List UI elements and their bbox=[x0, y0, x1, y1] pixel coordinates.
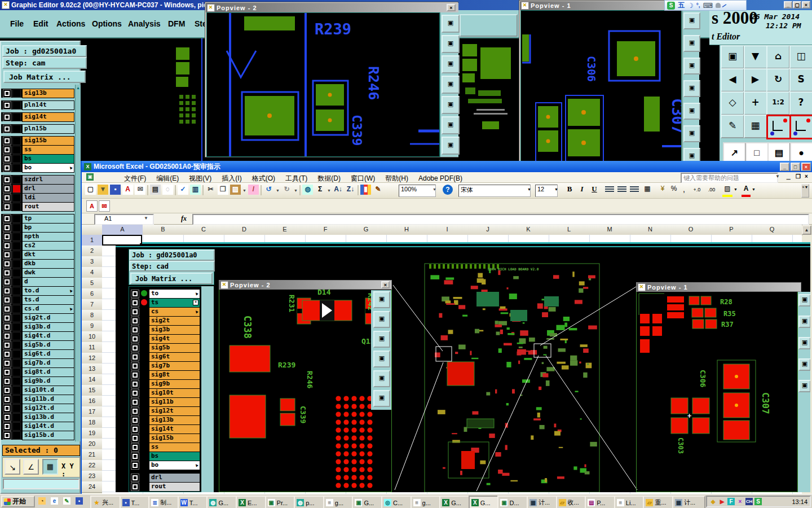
column-header-D[interactable]: D bbox=[224, 225, 265, 235]
layer-checkbox-sig3b[interactable] bbox=[131, 326, 139, 334]
column-header-N[interactable]: N bbox=[630, 225, 671, 235]
row-header-7[interactable]: 7 bbox=[82, 299, 103, 310]
layer-checkbox-sig15b[interactable] bbox=[131, 434, 139, 443]
layer-checkbox-sig13b.d[interactable] bbox=[3, 413, 11, 422]
sogou-icon[interactable]: S bbox=[754, 498, 762, 505]
folder-icon[interactable]: ▱ bbox=[559, 499, 566, 506]
measure-angle-button[interactable]: ∠ bbox=[23, 459, 39, 475]
layer-row-sig14t[interactable]: sig14t bbox=[129, 424, 201, 433]
align-right-button[interactable] bbox=[630, 186, 639, 193]
layer-row-sig15b[interactable]: sig15b bbox=[1, 136, 73, 145]
cd-icon[interactable]: ◎ bbox=[384, 499, 391, 506]
layer-row-pln15b[interactable]: pln15b bbox=[1, 124, 73, 133]
task-button-1[interactable]: ▪T... bbox=[120, 496, 153, 508]
netlist-a-icon[interactable] bbox=[766, 115, 791, 139]
floppy-icon[interactable]: ▪ bbox=[76, 497, 83, 505]
help-question-box[interactable]: 键入需要帮助的问题 bbox=[681, 173, 778, 183]
layer-row-sig4t.d[interactable]: sig4t.d bbox=[1, 331, 73, 340]
row-header-11[interactable]: 11 bbox=[82, 342, 103, 353]
fit-all-icon[interactable]: ◇ bbox=[721, 91, 744, 115]
column-header-I[interactable]: I bbox=[427, 225, 468, 235]
cad-popview2-titlebar[interactable]: ✕ Popview - 2 bbox=[219, 280, 392, 290]
pan-right-icon[interactable]: ▶ bbox=[744, 68, 767, 92]
task-button-4[interactable]: ◍G... bbox=[206, 496, 240, 508]
row-header-14[interactable]: 14 bbox=[82, 374, 103, 386]
layer-checkbox-sig12t.d[interactable] bbox=[3, 404, 11, 413]
layer-row-sig12t.d[interactable]: sig12t.d bbox=[1, 404, 73, 413]
row-header-24[interactable]: 24 bbox=[82, 481, 103, 493]
formula-input[interactable] bbox=[192, 214, 809, 225]
popview-zoom-button[interactable]: ▣ bbox=[683, 58, 700, 75]
fx-icon[interactable]: fx bbox=[181, 214, 187, 223]
sheet-icon[interactable]: ▣ bbox=[355, 499, 362, 506]
task-button-6[interactable]: ▣Pr... bbox=[265, 496, 298, 508]
start-button[interactable]: 开始 bbox=[1, 496, 35, 507]
popview-zoom-button[interactable]: ▣ bbox=[442, 15, 460, 33]
layer-checkbox-bo[interactable] bbox=[131, 461, 139, 470]
row-header-4[interactable]: 4 bbox=[82, 267, 103, 278]
task-button-11[interactable]: ≡g... bbox=[411, 496, 444, 508]
popview1-window[interactable]: ✕ Popview - 1 C306 C307 ▣▣▣▣▣▣▣ bbox=[519, 0, 699, 172]
open-icon[interactable]: ▼ bbox=[98, 185, 108, 195]
row-header-16[interactable]: 16 bbox=[82, 396, 103, 407]
ge-menu-edit[interactable]: Edit bbox=[33, 19, 48, 28]
row-header-21[interactable]: 21 bbox=[82, 449, 103, 461]
layer-checkbox-ss[interactable] bbox=[131, 443, 139, 452]
ge-menu-options[interactable]: Options bbox=[92, 19, 122, 28]
layer-checkbox-ss[interactable] bbox=[3, 146, 11, 154]
wrench-icon[interactable]: / bbox=[721, 2, 727, 8]
task-button-0[interactable]: ★兴... bbox=[90, 496, 123, 508]
row-header-1[interactable]: 1 bbox=[82, 235, 103, 246]
popview-zoom-button[interactable]: ▣ bbox=[442, 35, 460, 53]
word-icon[interactable]: W bbox=[180, 499, 188, 506]
dropdown-arrow-icon[interactable]: ▼ bbox=[276, 189, 280, 192]
row-header-10[interactable]: 10 bbox=[82, 331, 103, 343]
pdf-email-icon[interactable]: ✉ bbox=[99, 200, 110, 212]
sogou-icon[interactable]: S bbox=[667, 2, 675, 10]
layer-row-cs2[interactable]: cs2 bbox=[1, 241, 73, 250]
bold-button[interactable]: B bbox=[564, 185, 575, 195]
folder-icon[interactable]: ▱ bbox=[646, 499, 653, 506]
name-box-dropdown-icon[interactable]: ▼ bbox=[144, 216, 148, 221]
column-header-partial[interactable] bbox=[792, 225, 802, 235]
scroll-up-icon[interactable]: ▲ bbox=[76, 86, 81, 91]
layer-row-bs[interactable]: bs bbox=[1, 154, 73, 163]
layer-row-sig5b[interactable]: sig5b bbox=[129, 343, 201, 352]
fill-dropdown-icon[interactable]: ▼ bbox=[734, 187, 738, 191]
popview2-close-button[interactable]: × bbox=[447, 4, 456, 11]
row-header-2[interactable]: 2 bbox=[82, 246, 103, 257]
layer-row-bo[interactable]: bo▶ bbox=[1, 163, 73, 172]
currency-button[interactable]: ¥ bbox=[658, 185, 667, 195]
layer-checkbox-sig7b[interactable] bbox=[131, 362, 139, 370]
excel-maximize-button[interactable]: □ bbox=[791, 163, 800, 171]
row-header-22[interactable]: 22 bbox=[82, 460, 103, 471]
layer-checkbox-cs2[interactable] bbox=[3, 242, 11, 250]
row-header-15[interactable]: 15 bbox=[82, 385, 103, 396]
spell-icon[interactable]: ✓ bbox=[178, 185, 188, 195]
mirror-icon[interactable]: S bbox=[789, 68, 812, 92]
layer-row-sig3b[interactable]: sig3b bbox=[129, 325, 201, 334]
layer-checkbox-sig4t.d[interactable] bbox=[3, 332, 11, 340]
layer-checkbox-bs[interactable] bbox=[3, 155, 11, 163]
cut-icon[interactable]: ✂ bbox=[205, 185, 216, 195]
layer-row-rout[interactable]: rout bbox=[1, 202, 73, 211]
popview2-titlebar[interactable]: ✕ Popview - 2 bbox=[206, 3, 458, 12]
layer-checkbox-szdrl[interactable] bbox=[3, 176, 11, 184]
excel-icon[interactable]: X bbox=[239, 499, 246, 506]
layer-checkbox-sig9b[interactable] bbox=[131, 380, 139, 388]
help-icon[interactable]: ? bbox=[443, 185, 453, 195]
layer-row-dkt[interactable]: dkt bbox=[1, 250, 73, 259]
draw-icon[interactable]: ✎ bbox=[373, 185, 383, 195]
layer-checkbox-bp[interactable] bbox=[3, 224, 11, 232]
layer-checkbox-drl[interactable] bbox=[131, 474, 139, 482]
workbook-close-button[interactable]: × bbox=[805, 173, 808, 179]
cad-popview2-close-button[interactable]: × bbox=[381, 281, 390, 288]
align-left-button[interactable] bbox=[605, 186, 614, 193]
layer-row-sig9b[interactable]: sig9b bbox=[129, 379, 201, 388]
layer-checkbox-sig15b.d[interactable] bbox=[3, 431, 11, 440]
home-view-icon[interactable]: ⌂ bbox=[766, 45, 790, 69]
layer-checkbox-cs[interactable] bbox=[131, 308, 139, 316]
column-header-M[interactable]: M bbox=[589, 225, 630, 235]
layer-row-sig2t.d[interactable]: sig2t.d bbox=[1, 313, 73, 322]
xy-readout-field[interactable] bbox=[3, 479, 80, 489]
